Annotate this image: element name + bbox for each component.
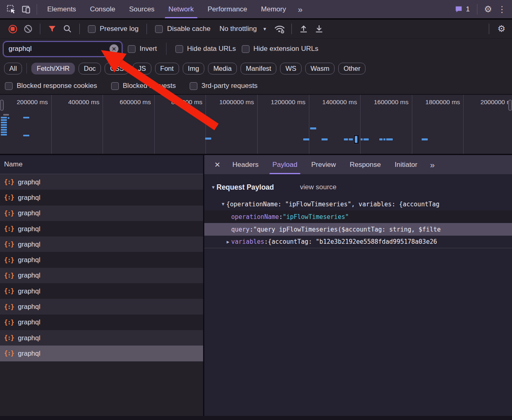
- json-icon: {:}: [4, 225, 14, 232]
- tab-console[interactable]: Console: [83, 0, 122, 18]
- chip-fetch-xhr[interactable]: Fetch/XHR: [31, 63, 75, 74]
- chip-css[interactable]: CSS: [105, 63, 129, 74]
- waterfall-bar: [205, 138, 211, 140]
- filter-box[interactable]: ✕: [3, 42, 122, 57]
- detail-tab-payload[interactable]: Payload: [265, 155, 304, 174]
- tab-network[interactable]: Network: [162, 0, 201, 18]
- payload-preview-line[interactable]: ▼ {operationName: "ipFlowTimeseries", va…: [204, 198, 512, 210]
- request-row[interactable]: {:}graphql: [0, 190, 203, 205]
- request-row[interactable]: {:}graphql: [0, 268, 203, 283]
- detail-tab-preview[interactable]: Preview: [304, 155, 343, 174]
- hide-extension-urls-toggle[interactable]: Hide extension URLs: [242, 45, 319, 53]
- request-name: graphql: [18, 334, 40, 342]
- json-icon: {:}: [4, 287, 14, 295]
- request-row[interactable]: {:}graphql: [0, 206, 203, 221]
- clear-network-log-icon[interactable]: [21, 22, 35, 36]
- request-row[interactable]: {:}graphql: [0, 299, 203, 314]
- record-network-log-button[interactable]: [6, 22, 20, 36]
- chip-doc[interactable]: Doc: [79, 63, 101, 74]
- throttling-select[interactable]: No throttling ▼: [215, 25, 271, 33]
- close-detail-icon[interactable]: ✕: [209, 160, 225, 169]
- filter-funnel-icon[interactable]: [45, 22, 59, 36]
- tab-memory[interactable]: Memory: [254, 0, 293, 18]
- chip-js[interactable]: JS: [133, 63, 151, 74]
- preserve-log-checkbox[interactable]: [88, 25, 96, 33]
- waterfall-bar: [355, 136, 357, 143]
- settings-gear-icon[interactable]: ⚙: [481, 4, 495, 15]
- console-messages-button[interactable]: 1: [450, 5, 474, 14]
- overview-left-handle[interactable]: [0, 100, 4, 111]
- blocked-filters-row: Blocked response cookies Blocked request…: [0, 78, 512, 94]
- chip-manifest[interactable]: Manifest: [241, 63, 276, 74]
- request-name: graphql: [18, 256, 40, 264]
- divider: [489, 24, 489, 34]
- network-overview-timeline[interactable]: 200000 ms 400000 ms 600000 ms 800000 ms …: [0, 94, 512, 155]
- hide-extension-urls-label: Hide extension URLs: [254, 45, 319, 53]
- filter-input[interactable]: [9, 45, 109, 53]
- tab-elements[interactable]: Elements: [40, 0, 83, 18]
- request-detail-panel: ✕ Headers Payload Preview Response Initi…: [204, 155, 512, 420]
- request-row[interactable]: {:}graphql: [0, 236, 203, 252]
- chip-ws[interactable]: WS: [280, 63, 302, 74]
- request-row[interactable]: {:}graphql: [0, 221, 203, 236]
- blocked-response-cookies-checkbox[interactable]: [5, 82, 13, 90]
- clear-filter-icon[interactable]: ✕: [109, 44, 118, 53]
- blocked-requests-toggle[interactable]: Blocked requests: [111, 82, 176, 90]
- disable-cache-toggle[interactable]: Disable cache: [152, 25, 214, 33]
- request-row[interactable]: {:}graphql: [0, 252, 203, 267]
- json-icon: {:}: [4, 272, 14, 279]
- request-name: graphql: [18, 178, 40, 186]
- invert-toggle[interactable]: Invert: [128, 45, 157, 53]
- request-row[interactable]: {:}graphql: [0, 283, 203, 299]
- triangle-right-icon: ▶: [225, 239, 231, 245]
- detail-more-tabs-icon[interactable]: »: [424, 160, 434, 170]
- request-payload-section[interactable]: ▼ Request Payload view source: [204, 181, 512, 194]
- network-settings-gear-icon[interactable]: ⚙: [494, 24, 512, 34]
- chip-all[interactable]: All: [4, 63, 22, 74]
- tab-sources[interactable]: Sources: [122, 0, 161, 18]
- blocked-requests-checkbox[interactable]: [111, 82, 119, 90]
- detail-tab-response[interactable]: Response: [343, 155, 388, 174]
- inspect-element-icon[interactable]: [4, 2, 19, 16]
- payload-row-query-selected[interactable]: query: "query ipFlowTimeseries($accountT…: [204, 223, 512, 236]
- chip-media[interactable]: Media: [208, 63, 237, 74]
- hide-extension-urls-checkbox[interactable]: [242, 45, 249, 53]
- hide-data-urls-toggle[interactable]: Hide data URLs: [175, 45, 236, 53]
- chip-wasm[interactable]: Wasm: [305, 63, 335, 74]
- waterfall-bar: [383, 138, 385, 140]
- devtools-window: Elements Console Sources Network Perform…: [0, 0, 512, 420]
- message-count: 1: [466, 5, 470, 13]
- disable-cache-checkbox[interactable]: [155, 25, 163, 33]
- payload-row-operation-name[interactable]: operationName: "ipFlowTimeseries": [204, 210, 512, 223]
- chip-font[interactable]: Font: [155, 63, 179, 74]
- request-row-selected[interactable]: {:}graphql: [0, 346, 203, 361]
- network-conditions-icon[interactable]: [273, 22, 287, 36]
- overview-right-handle[interactable]: [508, 100, 512, 111]
- overflow-menu-icon[interactable]: ⋮: [495, 4, 512, 14]
- import-har-icon[interactable]: [297, 22, 311, 36]
- waterfall-bar: [349, 138, 353, 140]
- invert-checkbox[interactable]: [128, 45, 136, 53]
- detail-tab-headers[interactable]: Headers: [225, 155, 265, 174]
- chip-img[interactable]: Img: [183, 63, 205, 74]
- request-name: graphql: [18, 194, 40, 201]
- request-row[interactable]: {:}graphql: [0, 330, 203, 346]
- more-tabs-icon[interactable]: »: [293, 4, 307, 14]
- device-toolbar-icon[interactable]: [19, 2, 33, 16]
- blocked-response-cookies-toggle[interactable]: Blocked response cookies: [5, 82, 97, 90]
- chip-other[interactable]: Other: [338, 63, 365, 74]
- request-row[interactable]: {:}graphql: [0, 174, 203, 190]
- search-icon[interactable]: [61, 22, 74, 36]
- name-column-header[interactable]: Name: [0, 155, 203, 174]
- third-party-requests-toggle[interactable]: 3rd-party requests: [190, 82, 258, 90]
- payload-row-variables[interactable]: ▶ variables: {accountTag: "b12e3b2192ee5…: [204, 236, 512, 248]
- view-source-link[interactable]: view source: [300, 183, 337, 191]
- section-title: Request Payload: [217, 183, 274, 192]
- third-party-requests-checkbox[interactable]: [190, 82, 197, 90]
- preserve-log-toggle[interactable]: Preserve log: [85, 25, 142, 33]
- tab-performance[interactable]: Performance: [201, 0, 254, 18]
- detail-tab-initiator[interactable]: Initiator: [388, 155, 424, 174]
- request-row[interactable]: {:}graphql: [0, 315, 203, 330]
- export-har-icon[interactable]: [312, 22, 326, 36]
- hide-data-urls-checkbox[interactable]: [175, 45, 183, 53]
